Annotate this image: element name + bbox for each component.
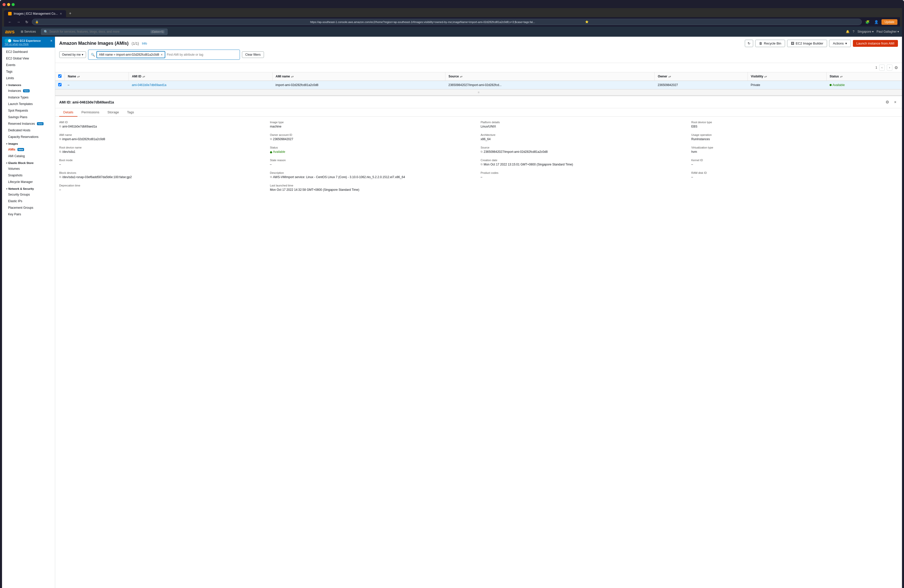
sidebar-item-security-groups[interactable]: Security Groups [2, 191, 55, 198]
select-all-checkbox[interactable] [58, 74, 62, 77]
close-window-btn[interactable] [3, 3, 6, 6]
sidebar-item-ami-catalog[interactable]: AMI Catalog [2, 153, 55, 160]
sort-icon[interactable]: ▴▾ [840, 75, 842, 78]
active-tab[interactable]: Images | EC2 Management Co... × [4, 10, 66, 17]
field-label-description: Description [270, 171, 477, 174]
sidebar-item-launch-templates[interactable]: Launch Templates [2, 101, 55, 107]
tell-us-link[interactable]: Tell us what you think [5, 43, 41, 46]
page-title-row: Amazon Machine Images (AMIs) (1/1) Info … [59, 40, 898, 47]
sidebar-item-key-pairs[interactable]: Key Pairs [2, 211, 55, 218]
sidebar-item-placement-groups[interactable]: Placement Groups [2, 204, 55, 211]
sidebar-section-instances[interactable]: ▾ Instances [2, 81, 55, 87]
tab-permissions[interactable]: Permissions [77, 108, 104, 117]
update-btn[interactable]: Update [882, 19, 898, 25]
recycle-bin-btn[interactable]: 🗑 Recycle Bin [755, 40, 785, 47]
sidebar-section-network[interactable]: ▾ Network & Security [2, 185, 55, 191]
copy-icon[interactable]: ⧉ [480, 163, 483, 166]
sort-icon[interactable]: ▴▾ [669, 75, 671, 78]
copy-icon[interactable]: ⧉ [59, 150, 61, 153]
field-kernel-id: Kernel ID – [691, 159, 898, 166]
copy-icon[interactable]: ⧉ [59, 125, 61, 128]
field-value-virtualization-type: hvm [691, 150, 898, 153]
ec2-image-builder-btn[interactable]: 🖼 EC2 Image Builder [787, 40, 827, 47]
table-row[interactable]: – ami-0461b0e7db69aed1a import-ami-02d28… [55, 81, 902, 89]
tab-tags[interactable]: Tags [123, 108, 138, 117]
sidebar-item-ec2-global-view[interactable]: EC2 Global View [2, 55, 55, 62]
filter-tag-text: AMI name = import-ami-02d282fcd81a2c0d8 [99, 53, 159, 57]
actions-btn[interactable]: Actions ▾ [829, 40, 851, 47]
toggle-switch[interactable] [5, 39, 12, 43]
maximize-window-btn[interactable] [12, 3, 15, 6]
info-link[interactable]: Info [142, 42, 147, 45]
copy-icon[interactable]: ⧉ [59, 138, 61, 141]
row-checkbox[interactable] [58, 83, 62, 86]
sort-icon[interactable]: ▴▾ [460, 75, 462, 78]
sidebar-section-ebs[interactable]: ▾ Elastic Block Store [2, 160, 55, 166]
extensions-btn[interactable]: 🧩 [864, 19, 871, 25]
sidebar-item-limits[interactable]: Limits [2, 75, 55, 81]
table-settings-btn[interactable]: ⚙ [895, 65, 898, 70]
sidebar-item-snapshots[interactable]: Snapshots [2, 172, 55, 179]
tab-close-btn[interactable]: × [60, 12, 62, 16]
copy-icon[interactable]: ⧉ [59, 175, 61, 179]
search-input[interactable] [49, 30, 149, 33]
sidebar-item-elastic-ips[interactable]: Elastic IPs [2, 198, 55, 204]
services-menu-btn[interactable]: ⊞ Services [19, 29, 38, 35]
sidebar-item-reserved-instances[interactable]: Reserved Instances New [2, 120, 55, 127]
detail-settings-btn[interactable]: ⚙ [884, 99, 891, 105]
field-label-state-reason: State reason [270, 159, 477, 162]
minimize-window-btn[interactable] [7, 3, 10, 6]
panel-resize-handle[interactable]: ≡ [55, 89, 902, 95]
new-tab-btn[interactable]: + [66, 9, 74, 17]
sidebar-item-instance-types[interactable]: Instance Types [2, 94, 55, 101]
clear-filters-btn[interactable]: Clear filters [242, 51, 264, 58]
detail-close-btn[interactable]: × [893, 99, 898, 105]
detail-tabs: Details Permissions Storage Tags [55, 108, 902, 117]
sidebar-item-lifecycle-manager[interactable]: Lifecycle Manager [2, 179, 55, 185]
copy-icon[interactable]: ⧉ [270, 138, 272, 141]
copy-icon[interactable]: ⧉ [480, 150, 483, 153]
profile-btn[interactable]: 👤 [872, 19, 880, 25]
sidebar-item-amis[interactable]: AMIs New [2, 146, 55, 153]
prev-page-btn[interactable]: ‹ [879, 65, 885, 71]
back-btn[interactable]: ← [6, 19, 13, 25]
sort-icon[interactable]: ▴▾ [142, 75, 145, 78]
tab-storage[interactable]: Storage [104, 108, 123, 117]
sort-icon[interactable]: ▴▾ [764, 75, 767, 78]
sort-icon[interactable]: ▴▾ [77, 75, 80, 78]
owned-by-dropdown[interactable]: Owned by me ▾ [59, 51, 86, 58]
sidebar-item-dedicated-hosts[interactable]: Dedicated Hosts [2, 127, 55, 134]
sidebar-item-savings-plans[interactable]: Savings Plans [2, 114, 55, 120]
sidebar-item-spot-requests[interactable]: Spot Requests [2, 107, 55, 114]
launch-instance-btn[interactable]: Launch instance from AMI [853, 40, 898, 47]
sidebar-item-instances[interactable]: Instances New [2, 87, 55, 94]
copy-icon[interactable]: ⧉ [270, 175, 272, 179]
sidebar-section-images[interactable]: ▾ Images [2, 140, 55, 146]
next-page-btn[interactable]: › [887, 65, 892, 71]
detail-panel: AMI ID: ami-0461b0e7db69aed1a ⚙ × Detail… [55, 95, 902, 196]
sidebar-item-tags[interactable]: Tags [2, 68, 55, 75]
sidebar-item-ec2-dashboard[interactable]: EC2 Dashboard [2, 49, 55, 55]
field-label-root-device-type: Root device type [691, 121, 898, 124]
sidebar-item-events[interactable]: Events [2, 62, 55, 68]
search-input[interactable] [167, 53, 237, 57]
sort-icon[interactable]: ▴▾ [291, 75, 294, 78]
sidebar-item-volumes[interactable]: Volumes [2, 166, 55, 172]
notifications-btn[interactable]: 🔔 [846, 30, 850, 33]
banner-close-btn[interactable]: × [51, 39, 52, 43]
search-filter-bar[interactable]: 🔍 AMI name = import-ami-02d282fcd81a2c0d… [88, 50, 240, 60]
help-btn[interactable]: ? [853, 30, 854, 33]
tab-details[interactable]: Details [59, 108, 77, 117]
row-ami-id-cell[interactable]: ami-0461b0e7db69aed1a [129, 81, 273, 89]
user-menu-btn[interactable]: Paul Gallagher ▾ [877, 30, 899, 33]
refresh-btn[interactable]: ↻ [745, 40, 753, 47]
new-ec2-toggle[interactable]: New EC2 Experience [5, 39, 41, 43]
region-selector[interactable]: Singapore ▾ [857, 30, 874, 33]
refresh-icon: ↻ [748, 41, 751, 45]
reload-btn[interactable]: ↻ [24, 19, 30, 25]
sidebar-item-capacity-reservations[interactable]: Capacity Reservations [2, 134, 55, 140]
global-search[interactable]: 🔍 [Option+5] [41, 28, 168, 35]
address-bar[interactable]: 🔒 https://ap-southeast-1.console.aws.ama… [32, 19, 862, 25]
filter-tag-remove-btn[interactable]: × [161, 53, 163, 57]
forward-btn[interactable]: → [15, 19, 22, 25]
